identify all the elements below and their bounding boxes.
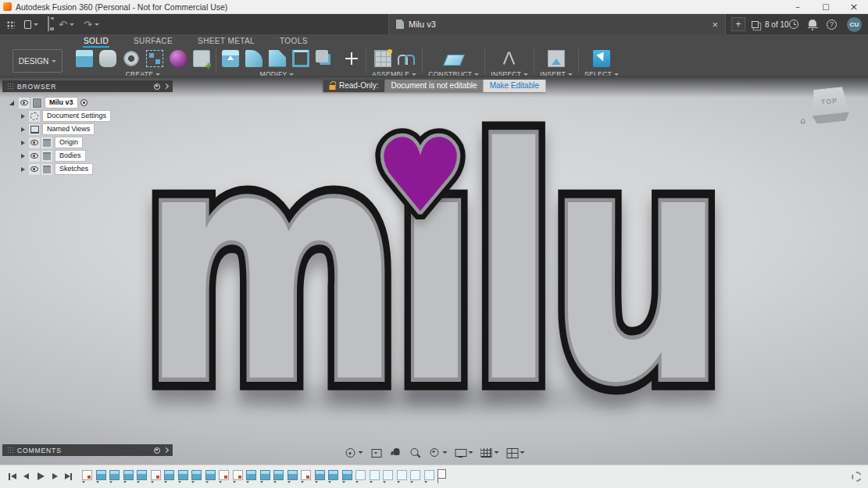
browser-item-document-settings[interactable]: Document Settings: [2, 109, 173, 123]
viewcube-cube[interactable]: TOP: [802, 86, 855, 125]
hollow-feature-icon[interactable]: [410, 470, 420, 480]
combine-icon[interactable]: [316, 50, 328, 62]
job-status-clock-icon[interactable]: [789, 20, 798, 29]
browser-root-row[interactable]: Milu v3: [2, 96, 173, 109]
zoom-button[interactable]: [409, 447, 421, 458]
visibility-eye-icon[interactable]: [19, 98, 30, 109]
hollow-feature-icon[interactable]: [383, 470, 393, 480]
browser-item-label[interactable]: Named Views: [43, 124, 94, 134]
browser-root-label[interactable]: Milu v3: [45, 98, 77, 108]
redo-button[interactable]: [84, 20, 99, 30]
measure-icon[interactable]: [501, 50, 518, 67]
skip-start-icon[interactable]: [6, 471, 18, 483]
heart-icon[interactable]: ♥: [375, 125, 466, 226]
pan-button[interactable]: [389, 447, 402, 458]
extrude-feature-icon[interactable]: [342, 470, 352, 480]
timeline-position-marker[interactable]: [437, 469, 446, 483]
panel-toggle-icon[interactable]: [154, 447, 160, 454]
step-forward-icon[interactable]: [48, 471, 60, 483]
undo-button[interactable]: [59, 20, 74, 30]
maximize-icon[interactable]: [812, 0, 840, 13]
minimize-icon[interactable]: [784, 0, 812, 13]
hollow-feature-icon[interactable]: [355, 470, 366, 480]
notifications-bell-icon[interactable]: [809, 20, 816, 27]
hollow-feature-icon[interactable]: [397, 470, 407, 480]
press-pull-icon[interactable]: [222, 50, 239, 67]
extrude-feature-icon[interactable]: [123, 470, 134, 480]
move-icon[interactable]: [343, 50, 360, 67]
grid-layout-button[interactable]: [480, 447, 498, 458]
insert-mesh-icon[interactable]: [193, 50, 210, 67]
model-heart-dot[interactable]: ♥ ♥ ♥: [375, 125, 466, 226]
tab-solid[interactable]: SOLID: [83, 35, 109, 48]
tab-tools[interactable]: TOOLS: [279, 35, 309, 48]
expand-caret-icon[interactable]: [21, 141, 25, 145]
new-component-icon[interactable]: [374, 50, 391, 67]
pattern-icon[interactable]: [146, 50, 163, 67]
select-icon[interactable]: [593, 50, 610, 67]
tab-surface[interactable]: SURFACE: [133, 35, 173, 48]
viewcube[interactable]: TOP: [804, 88, 854, 132]
design-workspace-menu[interactable]: DESIGN: [13, 49, 63, 73]
extrude-icon[interactable]: [76, 50, 93, 67]
extrude-feature-icon[interactable]: [288, 470, 298, 480]
sketch-feature-icon[interactable]: [82, 470, 92, 480]
shell-icon[interactable]: [292, 50, 309, 67]
panel-grip-icon[interactable]: [7, 83, 13, 90]
browser-item-label[interactable]: Sketches: [55, 164, 92, 174]
hollow-feature-icon[interactable]: [370, 470, 380, 480]
panel-grip-icon[interactable]: [7, 447, 13, 454]
visibility-eye-icon[interactable]: [29, 164, 40, 175]
visibility-eye-icon[interactable]: [29, 151, 40, 162]
display-settings-button[interactable]: [454, 447, 473, 458]
help-icon[interactable]: [827, 20, 837, 30]
browser-item-named-views[interactable]: Named Views: [2, 123, 173, 136]
create-form-icon[interactable]: [170, 50, 187, 67]
fillet-icon[interactable]: [245, 50, 263, 67]
extrude-feature-icon[interactable]: [328, 470, 338, 480]
document-tab[interactable]: Milu v3: [388, 14, 726, 34]
expand-caret-icon[interactable]: [9, 101, 14, 105]
sketch-feature-icon[interactable]: [301, 470, 311, 480]
extrude-feature-icon[interactable]: [178, 470, 188, 480]
extrude-feature-icon[interactable]: [246, 470, 256, 480]
expand-caret-icon[interactable]: [21, 127, 25, 132]
construction-plane-icon[interactable]: [443, 55, 465, 66]
expand-caret-icon[interactable]: [21, 154, 25, 159]
browser-item-sketches[interactable]: Sketches: [2, 162, 173, 176]
extrude-feature-icon[interactable]: [164, 470, 174, 480]
orbit-button[interactable]: [344, 447, 363, 458]
browser-header[interactable]: BROWSER: [2, 80, 173, 92]
panel-collapse-icon[interactable]: [163, 447, 169, 453]
chamfer-icon[interactable]: [269, 50, 286, 67]
extrude-feature-icon[interactable]: [191, 470, 202, 480]
fit-button[interactable]: [428, 447, 447, 458]
comments-panel-header[interactable]: COMMENTS: [2, 444, 173, 456]
extrude-feature-icon[interactable]: [205, 470, 216, 480]
browser-item-origin[interactable]: Origin: [2, 136, 173, 149]
joint-icon[interactable]: [398, 50, 415, 67]
extrude-feature-icon[interactable]: [260, 470, 270, 480]
make-editable-link[interactable]: Make Editable: [490, 80, 539, 92]
expand-caret-icon[interactable]: [21, 167, 25, 172]
step-back-icon[interactable]: [20, 471, 32, 483]
play-icon[interactable]: [34, 471, 46, 483]
coil-icon[interactable]: [123, 50, 140, 67]
extrude-feature-icon[interactable]: [273, 470, 284, 480]
browser-item-label[interactable]: Origin: [55, 137, 82, 148]
skip-end-icon[interactable]: [63, 471, 74, 483]
form-icon[interactable]: [99, 50, 116, 67]
browser-item-label[interactable]: Bodies: [55, 151, 85, 161]
panel-collapse-icon[interactable]: [163, 84, 169, 89]
extrude-feature-icon[interactable]: [137, 470, 147, 480]
file-menu-button[interactable]: [24, 20, 38, 29]
expand-caret-icon[interactable]: [21, 114, 25, 119]
activate-component-radio-icon[interactable]: [80, 99, 88, 106]
tab-sheet-metal[interactable]: SHEET METAL: [197, 35, 255, 48]
hollow-feature-icon[interactable]: [424, 470, 434, 480]
app-grid-icon[interactable]: [6, 20, 15, 29]
new-tab-button[interactable]: [731, 17, 745, 31]
viewports-button[interactable]: [505, 447, 524, 458]
extrude-feature-icon[interactable]: [109, 470, 120, 480]
viewcube-top-face[interactable]: TOP: [809, 87, 849, 117]
